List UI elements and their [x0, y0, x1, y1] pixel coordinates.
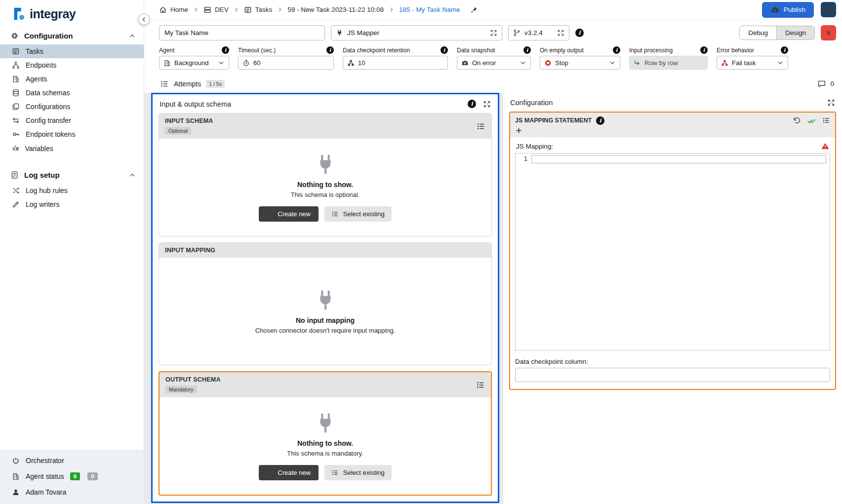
list-icon[interactable] [160, 79, 169, 88]
close-button[interactable] [821, 25, 836, 40]
version-select[interactable]: v3.2.4 [508, 25, 569, 40]
timeout-input[interactable]: 60 [238, 56, 334, 70]
info-icon[interactable] [575, 29, 584, 37]
schema-panel[interactable]: Input & output schema INPUT SCHEMA Optio… [151, 93, 499, 503]
agent-status-item[interactable]: Agent status 0 0 [0, 468, 144, 484]
field-label: Error behavior [717, 47, 754, 54]
create-new-button[interactable]: Create new [259, 465, 318, 480]
js-mapping-code-editor[interactable]: 1 [515, 153, 830, 350]
button-label: Create new [278, 210, 310, 218]
orchestrator-item[interactable]: Orchestrator [0, 453, 144, 468]
info-icon[interactable] [596, 116, 604, 125]
field-label: Data snapshot [457, 47, 495, 54]
sidebar-item-endpoint-tokens[interactable]: Endpoint tokens [0, 127, 144, 141]
comments-counter[interactable]: 0 [817, 79, 834, 88]
sidebar-item-endpoints[interactable]: Endpoints [0, 58, 144, 72]
sidebar-item-log-writers[interactable]: Log writers [0, 197, 144, 211]
checkpoint-retention-input[interactable]: 10 [343, 56, 448, 70]
content-area: Input & output schema INPUT SCHEMA Optio… [144, 93, 842, 504]
database-icon [12, 89, 20, 97]
task-settings: Agent Background Timeout (sec.) 60 Data … [144, 43, 842, 75]
pin-button[interactable] [470, 6, 478, 14]
breadcrumb-label: 59 - New Task 2023-11-22 10:08 [287, 6, 384, 13]
publish-button[interactable]: Publish [762, 2, 814, 18]
sidebar-item-tasks[interactable]: Tasks [0, 44, 144, 58]
row-arrow-icon [634, 59, 641, 67]
select-existing-button[interactable]: Select existing [324, 465, 392, 480]
sidebar-section-configuration[interactable]: Configuration [0, 27, 144, 44]
info-icon[interactable] [326, 46, 334, 54]
chat-button[interactable] [821, 2, 836, 17]
js-mapping-label: JS Mapping: [516, 143, 553, 150]
debug-tab[interactable]: Debug [740, 26, 776, 39]
add-statement-button[interactable] [515, 127, 522, 134]
info-icon[interactable] [700, 46, 708, 54]
mandatory-badge: Mandatory [165, 386, 197, 393]
info-icon[interactable] [441, 46, 448, 54]
breadcrumb-tasks[interactable]: Tasks [244, 6, 273, 14]
data-snapshot-select[interactable]: On error [457, 56, 531, 70]
logo[interactable]: integray [0, 0, 144, 27]
create-new-button[interactable]: Create new [259, 206, 318, 222]
attempts-label[interactable]: Attempts [174, 80, 201, 88]
design-tab[interactable]: Design [776, 26, 814, 39]
chevron-down-icon [609, 59, 616, 66]
sidebar-item-agents[interactable]: Agents [0, 72, 144, 86]
topbar: Home DEV Tasks 59 - New Task 2023-11-22 … [144, 0, 842, 20]
sidebar-item-data-schemas[interactable]: Data schemas [0, 86, 144, 100]
sidebar-item-log-hub-rules[interactable]: Log hub rules [0, 184, 144, 197]
list-icon[interactable] [822, 116, 830, 124]
empty-subtitle: This schema is optional. [291, 191, 360, 198]
sidebar-item-configurations[interactable]: Configurations [0, 100, 144, 114]
connector-value: JS Mapper [347, 29, 486, 37]
agent-status-label: Agent status [26, 472, 64, 480]
breadcrumb-home[interactable]: Home [159, 6, 188, 14]
sidebar-section-log-setup[interactable]: Log setup [0, 166, 144, 184]
info-icon[interactable] [781, 46, 788, 54]
info-icon[interactable] [523, 46, 531, 54]
expand-icon[interactable] [483, 100, 491, 108]
breadcrumb-current-task[interactable]: 185 - My Task Name [399, 6, 460, 13]
info-icon[interactable] [222, 46, 229, 54]
sidebar-item-variables[interactable]: Variables [0, 141, 144, 155]
card-title: INPUT SCHEMA [165, 117, 213, 124]
input-mapping-card: INPUT MAPPING No input mapping Chosen co… [159, 242, 492, 366]
sidebar-item-config-transfer[interactable]: Config transfer [0, 114, 144, 127]
task-name-input[interactable] [159, 25, 325, 40]
select-existing-button[interactable]: Select existing [324, 206, 392, 222]
double-check-icon[interactable] [807, 116, 816, 125]
gear-icon [10, 32, 19, 40]
button-label: Create new [278, 469, 310, 476]
plug-icon [314, 153, 337, 176]
info-icon[interactable] [468, 100, 476, 108]
undo-icon[interactable] [793, 116, 801, 124]
line-number: 1 [516, 154, 530, 350]
layers-icon [12, 103, 20, 111]
agents-online-badge: 0 [70, 472, 80, 480]
error-behavior-select[interactable]: Fail task [717, 56, 788, 70]
expand-icon[interactable] [827, 99, 835, 107]
js-mapping-header: JS MAPPING STATEMENT [510, 113, 835, 137]
pencil-icon [12, 200, 20, 208]
notebook-icon [10, 171, 19, 179]
sidebar-item-label: Variables [25, 145, 53, 153]
sidebar-collapse-button[interactable] [138, 14, 150, 25]
breadcrumb-parent-task[interactable]: 59 - New Task 2023-11-22 10:08 [287, 6, 384, 13]
connector-select[interactable]: JS Mapper [331, 25, 502, 40]
plug-icon [336, 29, 343, 37]
on-empty-output-select[interactable]: Stop [540, 56, 620, 70]
agent-select[interactable]: Background [159, 56, 229, 70]
editor-current-line[interactable] [531, 155, 826, 163]
empty-subtitle: Chosen connector doesn't require input m… [255, 327, 396, 334]
sidebar-item-label: Tasks [26, 47, 43, 55]
card-title: OUTPUT SCHEMA [165, 376, 221, 383]
checkpoint-column-input[interactable] [515, 368, 830, 382]
info-icon[interactable] [613, 46, 620, 54]
breadcrumb-environment[interactable]: DEV [203, 6, 229, 14]
list-icon[interactable] [477, 122, 485, 131]
user-item[interactable]: Adam Tovara [0, 484, 144, 500]
input-mapping-header: INPUT MAPPING [159, 243, 491, 258]
breadcrumb-label: Home [170, 6, 188, 13]
list-icon[interactable] [476, 381, 485, 389]
comments-count: 0 [830, 80, 834, 87]
